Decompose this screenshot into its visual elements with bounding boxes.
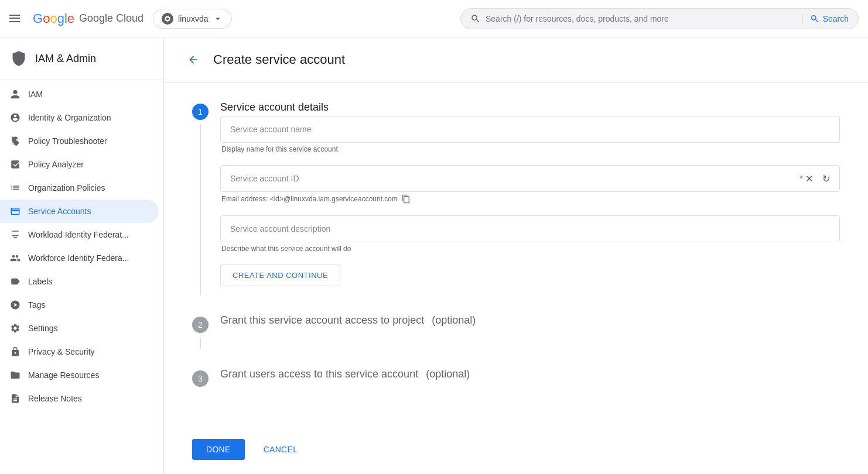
bottom-actions: DONE CANCEL	[164, 430, 868, 469]
search-button-label: Search	[823, 14, 849, 23]
create-and-continue-button[interactable]: CREATE AND CONTINUE	[220, 265, 340, 286]
menu-icon[interactable]	[9, 12, 23, 26]
project-name: linuxvda	[178, 14, 208, 23]
credit-card-icon	[9, 205, 21, 217]
search-button[interactable]: Search	[802, 14, 849, 23]
label-icon	[9, 276, 21, 287]
settings-icon	[9, 322, 21, 334]
monitor-icon	[9, 229, 21, 241]
step-3-content: Grant users access to this service accou…	[220, 368, 840, 392]
shield-icon	[9, 49, 28, 68]
sidebar-label-policy-analyzer: Policy Analyzer	[28, 160, 84, 169]
sidebar-item-settings[interactable]: Settings	[0, 317, 159, 340]
form-group-id: * ✕ ↻ Email address: <id>@linuxvda.iam.g…	[220, 165, 840, 204]
header: Google Google Cloud linuxvda Search	[0, 0, 868, 37]
service-account-id-input[interactable]	[221, 166, 800, 191]
search-bar[interactable]: Search	[460, 8, 859, 29]
sidebar-item-policy-analyzer[interactable]: Policy Analyzer	[0, 153, 159, 176]
sidebar-item-identity-org[interactable]: Identity & Organization	[0, 106, 159, 129]
build-icon	[9, 135, 21, 147]
sidebar-label-tags: Tags	[28, 300, 46, 310]
sidebar-item-iam[interactable]: IAM	[0, 83, 159, 106]
sidebar-item-workload-identity[interactable]: Workload Identity Federat...	[0, 223, 159, 246]
folder-icon	[9, 369, 21, 381]
sidebar-item-service-accounts[interactable]: Service Accounts	[0, 200, 159, 223]
search-input[interactable]	[486, 14, 798, 23]
email-hint-text: Email address: <id>@linuxvda.iam.gservic…	[221, 195, 398, 203]
project-icon	[162, 13, 173, 25]
group-icon	[9, 252, 21, 264]
page-header: Create service account	[164, 37, 868, 83]
analytics-icon	[9, 159, 21, 170]
main-content: Create service account 1 Service account…	[164, 37, 868, 474]
sidebar-item-labels[interactable]: Labels	[0, 270, 159, 293]
refresh-id-button[interactable]: ↻	[820, 171, 832, 187]
sidebar-label-service-accounts: Service Accounts	[28, 207, 91, 216]
step-1-circle: 1	[192, 104, 209, 120]
sidebar-divider	[0, 80, 163, 80]
step-3-circle: 3	[192, 370, 209, 387]
step-3-indicator: 3	[192, 368, 209, 392]
sidebar-header: IAM & Admin	[0, 42, 163, 77]
step-1-content: Service account details Display name for…	[220, 101, 840, 296]
cancel-button[interactable]: CANCEL	[254, 439, 307, 460]
sidebar-label-policy-troubleshooter: Policy Troubleshooter	[28, 136, 107, 146]
sidebar: IAM & Admin IAM Identity & Organization …	[0, 37, 164, 474]
description-input-wrapper	[220, 215, 840, 242]
account-circle-icon	[9, 112, 21, 123]
step-3-optional: (optional)	[426, 368, 470, 380]
step-1-line	[200, 125, 201, 296]
back-arrow-icon	[187, 54, 199, 66]
sidebar-item-release-notes[interactable]: Release Notes	[0, 387, 159, 410]
clear-id-button[interactable]: ✕	[803, 171, 815, 187]
copy-email-button[interactable]	[401, 194, 411, 204]
sidebar-title: IAM & Admin	[35, 53, 96, 65]
sidebar-item-org-policies[interactable]: Organization Policies	[0, 176, 159, 200]
layout: IAM & Admin IAM Identity & Organization …	[0, 37, 868, 474]
step-2-indicator: 2	[192, 314, 209, 349]
step-2: 2 Grant this service account access to p…	[192, 314, 840, 349]
sidebar-item-privacy-security[interactable]: Privacy & Security	[0, 340, 159, 363]
chevron-down-icon	[213, 13, 223, 24]
search-bar-icon	[470, 13, 481, 24]
step-1: 1 Service account details Display name f…	[192, 101, 840, 296]
sidebar-label-manage-resources: Manage Resources	[28, 370, 99, 380]
logo-cloud-text: Google Cloud	[79, 12, 143, 25]
name-hint: Display name for this service account	[220, 145, 840, 153]
sidebar-item-tags[interactable]: Tags	[0, 293, 159, 317]
person-icon	[9, 88, 21, 100]
step-3-title: Grant users access to this service accou…	[220, 368, 840, 380]
step-3: 3 Grant users access to this service acc…	[192, 368, 840, 392]
sidebar-label-release-notes: Release Notes	[28, 394, 82, 403]
back-button[interactable]	[183, 49, 204, 70]
project-selector[interactable]: linuxvda	[153, 9, 232, 29]
service-account-name-input[interactable]	[221, 116, 839, 142]
content-area: 1 Service account details Display name f…	[164, 83, 868, 430]
form-group-description: Describe what this service account will …	[220, 215, 840, 253]
sidebar-label-iam: IAM	[28, 90, 43, 99]
sidebar-item-workforce-identity[interactable]: Workforce Identity Federa...	[0, 246, 159, 270]
id-input-wrapper: * ✕ ↻	[220, 165, 840, 192]
search-button-icon	[810, 14, 819, 23]
sidebar-item-manage-resources[interactable]: Manage Resources	[0, 363, 159, 387]
step-2-title: Grant this service account access to pro…	[220, 314, 840, 327]
form-group-name: Display name for this service account	[220, 116, 840, 153]
sidebar-item-policy-troubleshooter[interactable]: Policy Troubleshooter	[0, 129, 159, 153]
id-input-actions: ✕ ↻	[803, 171, 839, 187]
email-hint: Email address: <id>@linuxvda.iam.gservic…	[220, 194, 840, 204]
sidebar-label-labels: Labels	[28, 277, 52, 286]
step-1-title: Service account details	[220, 101, 840, 114]
step-1-indicator: 1	[192, 101, 209, 296]
step-2-optional: (optional)	[432, 314, 476, 326]
sidebar-label-privacy-security: Privacy & Security	[28, 347, 95, 356]
sidebar-label-org-policies: Organization Policies	[28, 183, 105, 193]
notes-icon	[9, 393, 21, 404]
done-button[interactable]: DONE	[192, 439, 245, 460]
logo[interactable]: Google Google Cloud	[33, 11, 143, 26]
service-account-description-input[interactable]	[221, 216, 839, 242]
step-2-content: Grant this service account access to pro…	[220, 314, 840, 349]
copy-icon	[401, 194, 411, 204]
name-input-wrapper	[220, 116, 840, 143]
description-hint: Describe what this service account will …	[220, 245, 840, 253]
sidebar-label-workforce-identity: Workforce Identity Federa...	[28, 253, 129, 263]
